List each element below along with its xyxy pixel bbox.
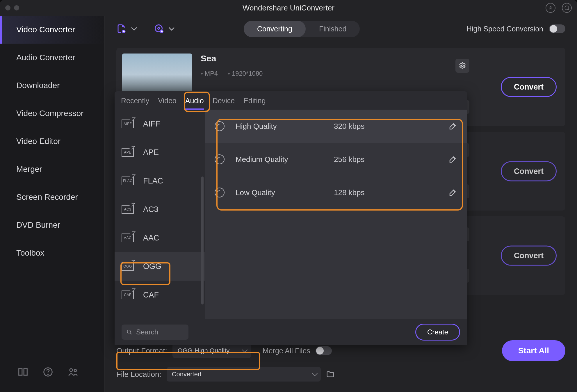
add-file-button[interactable]: [116, 24, 139, 34]
account-icon[interactable]: [546, 3, 555, 13]
app-window: Wondershare UniConverter Video Converter…: [0, 0, 577, 392]
high-speed-toggle[interactable]: [549, 24, 565, 33]
sidebar-item-label: Audio Converter: [16, 53, 75, 62]
quality-medium[interactable]: Medium Quality 256 kbps: [205, 143, 467, 176]
edit-icon[interactable]: [448, 188, 457, 197]
sidebar-item-screen-recorder[interactable]: Screen Recorder: [0, 183, 104, 211]
sidebar-item-label: Video Compressor: [16, 109, 83, 118]
min-dot[interactable]: [14, 5, 19, 10]
format-ac3[interactable]: AC3AC3: [115, 195, 205, 224]
popup-tab-video[interactable]: Video: [158, 97, 177, 110]
sidebar-item-downloader[interactable]: Downloader: [0, 72, 104, 99]
sidebar-item-video-editor[interactable]: Video Editor: [0, 127, 104, 155]
sidebar-item-label: Video Editor: [16, 137, 60, 146]
titlebar: Wondershare UniConverter: [0, 0, 577, 16]
start-all-button[interactable]: Start All: [502, 340, 565, 361]
traffic-lights: [5, 5, 19, 10]
convert-button[interactable]: Convert: [501, 77, 557, 97]
edit-icon[interactable]: [448, 122, 457, 131]
sidebar-item-label: Downloader: [16, 81, 60, 90]
search-input[interactable]: Search: [122, 325, 188, 340]
svg-point-3: [70, 369, 73, 372]
sidebar-item-label: Video Converter: [16, 25, 75, 34]
dial-icon: [215, 121, 225, 131]
svg-point-0: [550, 6, 551, 8]
file-location-select[interactable]: Converted: [167, 367, 321, 382]
edit-icon[interactable]: [448, 155, 457, 164]
format-flac[interactable]: FLACFLAC: [115, 167, 205, 195]
sidebar-item-video-converter[interactable]: Video Converter: [0, 16, 104, 44]
search-placeholder: Search: [136, 328, 158, 336]
sidebar-item-video-compressor[interactable]: Video Compressor: [0, 99, 104, 127]
quality-low[interactable]: Low Quality 128 kbps: [205, 176, 467, 209]
community-icon[interactable]: [67, 366, 79, 377]
folder-icon[interactable]: [326, 370, 335, 379]
file-location-label: File Location:: [116, 370, 161, 379]
quality-list: High Quality 320 kbps Medium Quality 256…: [205, 110, 467, 319]
dial-icon: [215, 188, 225, 197]
create-button[interactable]: Create: [415, 324, 460, 341]
format-aac[interactable]: AACAAC: [115, 224, 205, 252]
svg-point-4: [74, 369, 76, 372]
high-speed-label: High Speed Conversion: [466, 25, 543, 33]
chevron-down-icon: [166, 24, 177, 34]
help-icon[interactable]: [42, 366, 54, 377]
sidebar-item-label: Toolbox: [16, 248, 44, 258]
format-ape[interactable]: APEAPE: [115, 138, 205, 167]
sidebar-item-merger[interactable]: Merger: [0, 155, 104, 183]
sidebar-item-label: Screen Recorder: [16, 193, 78, 202]
tab-finished[interactable]: Finished: [306, 21, 360, 37]
toolbar: Converting Finished High Speed Conversio…: [105, 16, 577, 42]
sidebar-item-audio-converter[interactable]: Audio Converter: [0, 44, 104, 72]
settings-icon[interactable]: [455, 59, 469, 73]
format-list: AIFFAIFF APEAPE FLACFLAC AC3AC3 AACAAC O…: [115, 110, 205, 319]
svg-point-2: [48, 374, 48, 375]
format-caf[interactable]: CAFCAF: [115, 281, 205, 309]
svg-point-9: [462, 65, 464, 67]
format-ogg[interactable]: OGGOGG: [115, 252, 205, 281]
popup-tab-device[interactable]: Device: [213, 97, 235, 110]
sidebar-item-dvd-burner[interactable]: DVD Burner: [0, 211, 104, 239]
merge-label: Merge All Files: [263, 347, 310, 355]
popup-tab-recently[interactable]: Recently: [121, 97, 149, 110]
search-icon: [126, 329, 133, 335]
format-scrollbar[interactable]: [201, 177, 204, 304]
dial-icon: [215, 154, 225, 164]
status-tabs: Converting Finished: [244, 21, 360, 37]
format-popup: Recently Video Audio Device Editing AIFF…: [115, 91, 467, 345]
output-format-select[interactable]: OGG-High Quality: [172, 343, 251, 358]
file-title: Sea: [201, 54, 263, 63]
file-meta: MP41920*1080: [201, 70, 263, 77]
sidebar-item-label: DVD Burner: [16, 220, 60, 230]
convert-button[interactable]: Convert: [501, 246, 557, 266]
output-format-label: Output Format:: [116, 346, 167, 355]
sidebar: Video Converter Audio Converter Download…: [0, 16, 105, 392]
app-title: Wondershare UniConverter: [243, 3, 334, 13]
chevron-down-icon: [129, 24, 139, 34]
add-disc-button[interactable]: [154, 24, 177, 34]
tab-converting[interactable]: Converting: [244, 21, 306, 37]
popup-tab-editing[interactable]: Editing: [243, 97, 266, 110]
svg-point-7: [158, 28, 160, 29]
close-dot[interactable]: [5, 5, 10, 10]
manual-icon[interactable]: [17, 366, 29, 377]
feedback-icon[interactable]: [562, 3, 572, 13]
sidebar-item-label: Merger: [16, 165, 42, 174]
format-aiff[interactable]: AIFFAIFF: [115, 110, 205, 138]
svg-point-12: [127, 330, 131, 333]
sidebar-item-toolbox[interactable]: Toolbox: [0, 239, 104, 267]
quality-high[interactable]: High Quality 320 kbps: [205, 110, 467, 143]
popup-tab-audio[interactable]: Audio: [185, 97, 204, 110]
merge-toggle[interactable]: [316, 346, 332, 355]
convert-button[interactable]: Convert: [501, 161, 557, 181]
